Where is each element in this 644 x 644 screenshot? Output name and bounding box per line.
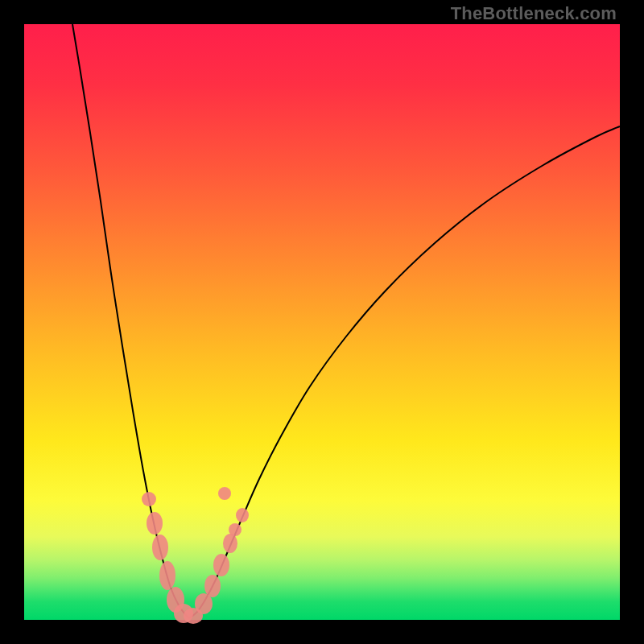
bead-8: [204, 575, 221, 597]
bead-13: [218, 487, 231, 500]
bead-3: [159, 561, 175, 590]
right-curve: [189, 126, 620, 618]
bead-0: [142, 492, 156, 506]
bead-2: [152, 535, 168, 560]
plot-area: [24, 24, 620, 620]
bead-11: [229, 523, 242, 536]
bead-10: [223, 534, 237, 553]
bead-1: [147, 512, 163, 535]
left-curve: [72, 24, 189, 618]
curves-svg: [24, 24, 620, 620]
watermark-text: TheBottleneck.com: [451, 3, 617, 24]
beads-group: [142, 487, 249, 624]
bead-9: [213, 554, 229, 576]
bead-12: [236, 508, 249, 522]
frame: TheBottleneck.com: [0, 0, 644, 644]
